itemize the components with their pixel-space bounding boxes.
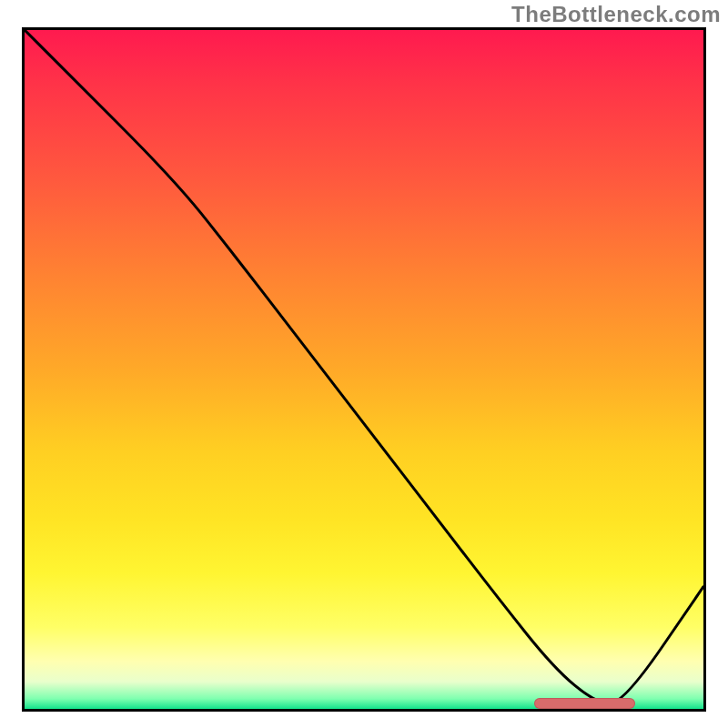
- plot-area: [22, 27, 706, 712]
- optimal-range-bar: [534, 698, 636, 709]
- chart-canvas: TheBottleneck.com: [0, 0, 728, 728]
- watermark-text: TheBottleneck.com: [511, 2, 721, 27]
- bottleneck-curve: [25, 30, 703, 709]
